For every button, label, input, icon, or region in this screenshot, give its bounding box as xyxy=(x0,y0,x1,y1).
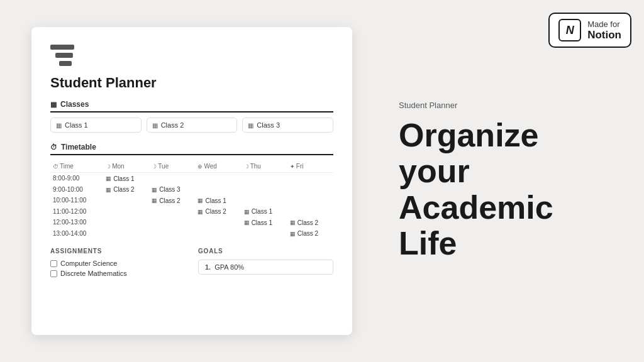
class-tag: ▦Class 1 xyxy=(244,208,272,215)
cell-thu: ▦Class 1 xyxy=(242,206,287,217)
cell-time: 9:00-10:00 xyxy=(50,184,103,195)
cell-wed xyxy=(195,228,241,239)
checkbox-1[interactable] xyxy=(50,260,57,267)
cell-mon: ▦Class 2 xyxy=(103,184,149,195)
class3-name: Class 3 xyxy=(257,121,280,129)
col-tue: ☽Tue xyxy=(149,160,195,173)
cell-fri xyxy=(287,173,333,184)
class-tag-icon: ▦ xyxy=(244,219,250,226)
right-subtitle: Student Planner xyxy=(399,101,613,110)
class-tag-icon: ▦ xyxy=(106,187,111,193)
goal-item-1: 1. GPA 80% xyxy=(198,260,333,275)
logo-bar-1 xyxy=(50,45,74,50)
table-row: 9:00-10:00▦Class 2▦Class 3 xyxy=(50,184,333,195)
classes-icon: ▦ xyxy=(50,101,57,109)
class-tag-icon: ▦ xyxy=(152,187,157,193)
cell-time: 11:00-12:00 xyxy=(50,206,103,217)
table-row: 12:00-13:00▦Class 1▦Class 2 xyxy=(50,217,333,228)
classes-label: Classes xyxy=(60,100,89,109)
class-card-1[interactable]: ▦ Class 1 xyxy=(50,118,142,133)
cell-mon xyxy=(103,228,149,239)
col-fri: ✦Fri xyxy=(287,160,333,173)
table-row: 10:00-11:00▦Class 2▦Class 1 xyxy=(50,195,333,206)
cell-tue: ▦Class 2 xyxy=(149,195,195,206)
cell-fri xyxy=(287,206,333,217)
checkbox-2[interactable] xyxy=(50,270,57,277)
table-row: 13:00-14:00▦Class 2 xyxy=(50,228,333,239)
cell-fri xyxy=(287,184,333,195)
class3-icon: ▦ xyxy=(248,122,253,129)
class-tag-icon: ▦ xyxy=(290,219,296,226)
col-thu: ☽Thu xyxy=(242,160,287,173)
classes-row: ▦ Class 1 ▦ Class 2 ▦ Class 3 xyxy=(50,118,333,133)
cell-time: 13:00-14:00 xyxy=(50,228,103,239)
cell-fri: ▦Class 2 xyxy=(287,217,333,228)
cell-thu: ▦Class 1 xyxy=(242,217,287,228)
bottom-section: ASSIGNMENTS Computer Science Discrete Ma… xyxy=(50,248,333,280)
cell-wed xyxy=(195,217,241,228)
assignment-label-2: Discrete Mathematics xyxy=(60,270,127,277)
document-panel: Student Planner ▦ Classes ▦ Class 1 ▦ Cl… xyxy=(31,27,352,335)
col-mon: ☽Mon xyxy=(103,160,149,173)
assignments-col: ASSIGNMENTS Computer Science Discrete Ma… xyxy=(50,248,186,280)
cell-tue xyxy=(149,228,195,239)
cell-mon xyxy=(103,195,149,206)
cell-time: 10:00-11:00 xyxy=(50,195,103,206)
class-tag-icon: ▦ xyxy=(290,231,296,237)
assignment-item-1: Computer Science xyxy=(50,260,186,267)
goal-text-1: GPA 80% xyxy=(214,263,244,271)
cell-thu xyxy=(242,173,287,184)
cell-mon xyxy=(103,217,149,228)
right-title: Organize your Academic Life xyxy=(399,118,613,261)
right-title-line2: Academic Life xyxy=(399,190,613,261)
timetable-section: ⏱ Timetable ⏱Time ☽Mon ☽Tue ⊕Wed ☽Thu ✦F… xyxy=(50,143,333,239)
cell-mon xyxy=(103,206,149,217)
cell-thu xyxy=(242,184,287,195)
table-row: 11:00-12:00▦Class 2▦Class 1 xyxy=(50,206,333,217)
goal-num-1: 1. xyxy=(205,263,211,271)
class-tag: ▦Class 2 xyxy=(197,208,226,215)
timetable-icon: ⏱ xyxy=(50,143,57,151)
col-wed: ⊕Wed xyxy=(195,160,241,173)
col-time: ⏱Time xyxy=(50,160,103,173)
class-tag-icon: ▦ xyxy=(244,209,250,215)
assignment-item-2: Discrete Mathematics xyxy=(50,270,186,277)
class-tag-icon: ▦ xyxy=(106,175,111,182)
cell-time: 12:00-13:00 xyxy=(50,217,103,228)
cell-thu xyxy=(242,195,287,206)
cell-tue xyxy=(149,206,195,217)
cell-wed: ▦Class 2 xyxy=(195,206,241,217)
class1-icon: ▦ xyxy=(56,122,62,129)
logo-bar-3 xyxy=(59,61,72,66)
class2-icon: ▦ xyxy=(152,122,158,129)
class-card-3[interactable]: ▦ Class 3 xyxy=(242,118,333,133)
table-row: 8:00-9:00▦Class 1 xyxy=(50,173,333,184)
class2-name: Class 2 xyxy=(161,121,184,129)
cell-tue: ▦Class 3 xyxy=(149,184,195,195)
class-tag-icon: ▦ xyxy=(152,197,157,204)
cell-mon: ▦Class 1 xyxy=(103,173,149,184)
class-tag: ▦Class 1 xyxy=(244,219,272,226)
right-panel: Student Planner Organize your Academic L… xyxy=(367,0,644,362)
class-tag: ▦Class 2 xyxy=(290,230,318,237)
goals-col: GOALS 1. GPA 80% xyxy=(198,248,333,280)
cell-fri: ▦Class 2 xyxy=(287,228,333,239)
cell-fri xyxy=(287,195,333,206)
class-tag: ▦Class 2 xyxy=(106,186,134,193)
class1-name: Class 1 xyxy=(65,121,88,129)
classes-section-header: ▦ Classes xyxy=(50,100,333,112)
class-tag: ▦Class 1 xyxy=(197,197,226,204)
doc-title: Student Planner xyxy=(50,75,333,91)
timetable-label: Timetable xyxy=(61,143,96,151)
goals-title: GOALS xyxy=(198,248,333,255)
cell-wed xyxy=(195,184,241,195)
cell-tue xyxy=(149,217,195,228)
timetable-section-header: ⏱ Timetable xyxy=(50,143,333,155)
class-tag-icon: ▦ xyxy=(197,209,203,215)
class-tag: ▦Class 2 xyxy=(290,219,318,226)
cell-thu xyxy=(242,228,287,239)
right-title-line1: Organize your xyxy=(399,118,613,189)
logo-bars xyxy=(50,45,333,66)
class-tag: ▦Class 2 xyxy=(152,197,180,204)
class-card-2[interactable]: ▦ Class 2 xyxy=(147,118,238,133)
